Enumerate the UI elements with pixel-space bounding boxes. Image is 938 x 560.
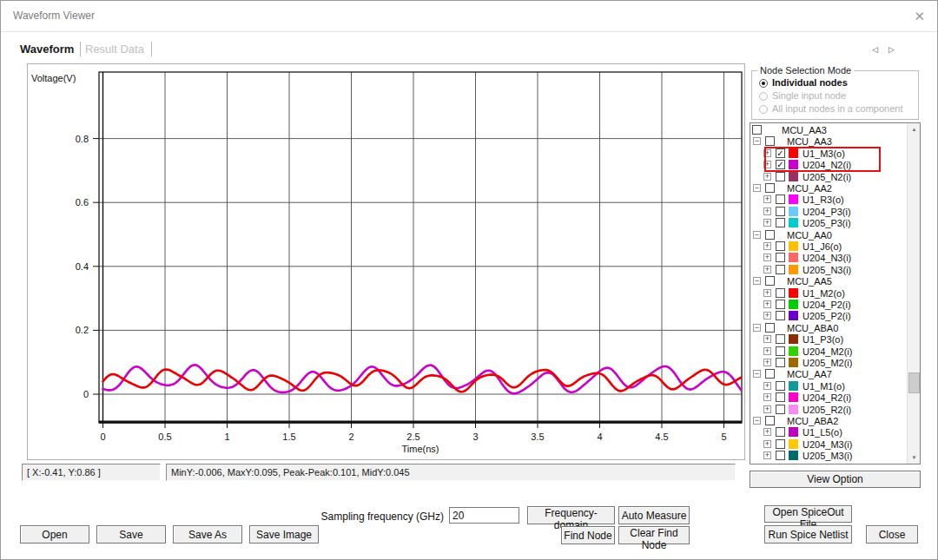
open-button[interactable]: Open bbox=[20, 525, 89, 544]
expand-icon[interactable]: + bbox=[763, 451, 771, 459]
node-checkbox[interactable] bbox=[776, 218, 785, 227]
open-spiceout-file-button[interactable]: Open SpiceOut File bbox=[764, 505, 852, 523]
node-checkbox[interactable] bbox=[776, 334, 785, 344]
find-node-button[interactable]: Find Node bbox=[561, 526, 615, 544]
node-checkbox[interactable] bbox=[776, 392, 785, 402]
node-label[interactable]: U205_N3(i) bbox=[803, 265, 851, 276]
node-checkbox[interactable] bbox=[776, 346, 785, 356]
node-checkbox[interactable] bbox=[776, 207, 785, 216]
node-label[interactable]: U204_M2(i) bbox=[803, 346, 852, 358]
tab-scroll-left-icon[interactable]: ◁ bbox=[872, 45, 878, 54]
node-label[interactable]: U205_N2(i) bbox=[803, 172, 851, 183]
radio-individual-nodes[interactable]: Individual nodes bbox=[759, 77, 848, 89]
node-checkbox[interactable] bbox=[765, 136, 775, 146]
expand-icon[interactable]: + bbox=[763, 161, 771, 168]
node-label[interactable]: MCU_ABA0 bbox=[787, 323, 838, 334]
node-checkbox[interactable] bbox=[776, 300, 785, 309]
node-checkbox[interactable] bbox=[776, 439, 785, 449]
radio-icon[interactable] bbox=[759, 79, 768, 88]
collapse-icon[interactable]: − bbox=[753, 137, 761, 145]
expand-icon[interactable]: + bbox=[763, 428, 771, 436]
auto-measure-button[interactable]: Auto Measure bbox=[618, 506, 690, 524]
collapse-icon[interactable]: − bbox=[753, 324, 761, 332]
node-label[interactable]: U204_P3(i) bbox=[803, 207, 851, 218]
tree-scrollbar[interactable]: ▲ ▼ bbox=[907, 123, 920, 464]
close-button[interactable]: Close bbox=[866, 525, 918, 544]
expand-icon[interactable]: + bbox=[763, 440, 771, 448]
collapse-icon[interactable]: − bbox=[753, 184, 761, 192]
expand-icon[interactable]: + bbox=[763, 242, 771, 250]
expand-icon[interactable]: + bbox=[763, 359, 771, 366]
node-label[interactable]: U1_P3(o) bbox=[803, 334, 843, 346]
node-tree[interactable]: MCU_AA3−MCU_AA3+✓U1_M3(o)+✓U204_N2(i)+U2… bbox=[750, 122, 921, 464]
waveform-series-U1_M3(o)[interactable] bbox=[103, 370, 744, 392]
node-checkbox[interactable] bbox=[776, 381, 785, 391]
save-button[interactable]: Save bbox=[96, 525, 166, 544]
close-icon[interactable]: ✕ bbox=[914, 9, 925, 24]
scroll-up-icon[interactable]: ▲ bbox=[908, 123, 921, 135]
node-checkbox[interactable] bbox=[776, 265, 785, 274]
node-label[interactable]: U1_M3(o) bbox=[803, 148, 845, 160]
node-checkbox[interactable] bbox=[765, 369, 775, 379]
scroll-down-icon[interactable]: ▼ bbox=[908, 451, 921, 464]
save-image-button[interactable]: Save Image bbox=[249, 525, 319, 544]
node-label[interactable]: U204_M3(i) bbox=[803, 439, 852, 451]
node-checkbox[interactable] bbox=[765, 416, 775, 425]
expand-icon[interactable]: + bbox=[763, 300, 771, 308]
node-checkbox[interactable] bbox=[765, 276, 775, 286]
waveform-chart[interactable]: 00.511.522.533.544.5500.20.40.60.8Voltag… bbox=[27, 63, 745, 460]
expand-icon[interactable]: + bbox=[763, 393, 771, 401]
expand-icon[interactable]: + bbox=[763, 208, 771, 215]
node-label[interactable]: U1_R3(o) bbox=[803, 194, 844, 206]
node-checkbox[interactable] bbox=[765, 323, 775, 333]
node-label[interactable]: U205_M3(i) bbox=[803, 451, 852, 462]
expand-icon[interactable]: + bbox=[763, 382, 771, 390]
node-label[interactable]: MCU_AA0 bbox=[787, 230, 832, 241]
node-checkbox[interactable]: ✓ bbox=[776, 148, 785, 158]
node-label[interactable]: MCU_AA5 bbox=[787, 276, 832, 287]
scrollbar-thumb[interactable] bbox=[908, 372, 920, 393]
node-checkbox[interactable] bbox=[765, 183, 775, 193]
node-label[interactable]: U1_L5(o) bbox=[803, 427, 842, 438]
sampling-frequency-input[interactable] bbox=[449, 507, 519, 524]
collapse-icon[interactable]: − bbox=[753, 417, 761, 425]
expand-icon[interactable]: + bbox=[763, 347, 771, 355]
expand-icon[interactable]: + bbox=[763, 312, 771, 320]
node-checkbox[interactable] bbox=[776, 253, 785, 262]
save-as-button[interactable]: Save As bbox=[173, 525, 242, 544]
node-checkbox[interactable] bbox=[776, 358, 785, 367]
node-checkbox[interactable] bbox=[765, 230, 775, 240]
node-label[interactable]: MCU_AA3 bbox=[782, 125, 827, 136]
expand-icon[interactable]: + bbox=[763, 335, 771, 343]
tab-scroll-right-icon[interactable]: ▷ bbox=[888, 45, 895, 54]
expand-icon[interactable]: + bbox=[763, 195, 771, 203]
node-label[interactable]: U204_R2(i) bbox=[803, 392, 851, 404]
node-label[interactable]: U204_N2(i) bbox=[803, 160, 851, 171]
collapse-icon[interactable]: − bbox=[753, 231, 761, 239]
node-checkbox[interactable]: ✓ bbox=[776, 160, 785, 169]
expand-icon[interactable]: + bbox=[763, 266, 771, 273]
node-checkbox[interactable] bbox=[776, 288, 785, 298]
node-label[interactable]: U205_P3(i) bbox=[803, 218, 851, 229]
node-checkbox[interactable] bbox=[776, 194, 785, 204]
expand-icon[interactable]: + bbox=[763, 289, 771, 297]
node-label[interactable]: U1_M1(o) bbox=[803, 381, 845, 392]
expand-icon[interactable]: + bbox=[763, 173, 771, 181]
node-checkbox[interactable] bbox=[776, 451, 785, 460]
node-label[interactable]: MCU_AA2 bbox=[787, 183, 832, 194]
tab-result-data[interactable]: Result Data bbox=[85, 43, 144, 56]
collapse-icon[interactable]: − bbox=[753, 277, 761, 285]
tab-waveform[interactable]: Waveform bbox=[20, 43, 74, 56]
node-label[interactable]: U205_M2(i) bbox=[803, 358, 852, 369]
waveform-plot[interactable]: 00.511.522.533.544.5500.20.40.60.8Voltag… bbox=[28, 64, 744, 459]
node-label[interactable]: U205_P2(i) bbox=[803, 311, 851, 322]
expand-icon[interactable]: + bbox=[763, 405, 771, 413]
view-option-button[interactable]: View Option bbox=[750, 471, 921, 488]
expand-icon[interactable]: + bbox=[763, 219, 771, 227]
node-label[interactable]: U1_J6(o) bbox=[803, 241, 842, 253]
node-checkbox[interactable] bbox=[752, 125, 762, 135]
node-checkbox[interactable] bbox=[776, 311, 785, 320]
node-label[interactable]: MCU_AA7 bbox=[787, 369, 832, 380]
node-checkbox[interactable] bbox=[776, 241, 785, 251]
node-checkbox[interactable] bbox=[776, 405, 785, 414]
